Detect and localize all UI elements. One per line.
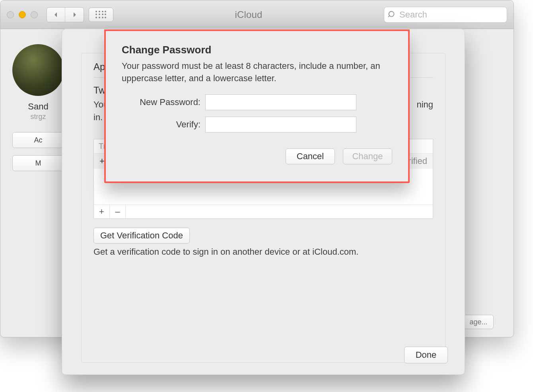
truncated-manage-button[interactable]: age...: [463, 315, 494, 329]
new-password-input[interactable]: [205, 94, 356, 110]
add-phone-button[interactable]: +: [94, 205, 110, 218]
toolbar-search: [384, 7, 507, 23]
chevron-right-icon: [71, 12, 78, 18]
done-button[interactable]: Done: [404, 347, 448, 363]
phone-footer-spacer: [126, 205, 433, 218]
window-title: iCloud: [118, 9, 379, 20]
cancel-button[interactable]: Cancel: [286, 148, 335, 164]
close-traffic-light[interactable]: [7, 11, 14, 18]
chevron-left-icon: [53, 12, 59, 18]
get-verification-code-button[interactable]: Get Verification Code: [93, 228, 190, 244]
change-password-description: Your password must be at least 8 charact…: [122, 60, 392, 85]
grid-icon: [95, 11, 107, 19]
verify-password-row: Verify:: [122, 117, 392, 133]
window-toolbar: iCloud: [0, 0, 514, 29]
remove-phone-button[interactable]: –: [110, 205, 126, 218]
show-all-button[interactable]: [89, 8, 113, 22]
avatar[interactable]: [12, 44, 64, 96]
search-input[interactable]: [384, 7, 507, 23]
zoom-traffic-light[interactable]: [31, 11, 38, 18]
search-icon: [388, 10, 397, 19]
verify-password-label: Verify:: [122, 119, 205, 130]
two-factor-desc-line2: in.: [93, 112, 103, 122]
manage-button[interactable]: M: [12, 155, 64, 171]
two-factor-desc-right: ning: [416, 98, 433, 111]
change-password-sheet: Change Password Your password must be at…: [104, 29, 410, 183]
phone-footer: + –: [94, 205, 433, 218]
icloud-sidebar: Sand strgz Ac M: [12, 44, 64, 178]
user-name: Sand: [12, 101, 64, 112]
traffic-lights: [7, 11, 38, 18]
account-details-button[interactable]: Ac: [12, 132, 64, 148]
verify-password-input[interactable]: [205, 117, 356, 133]
new-password-row: New Password:: [122, 94, 392, 110]
nav-forward-button[interactable]: [65, 8, 84, 22]
change-password-title: Change Password: [122, 44, 392, 56]
minimize-traffic-light[interactable]: [19, 11, 26, 18]
change-password-actions: Cancel Change: [122, 148, 392, 164]
user-subtitle: strgz: [12, 113, 64, 121]
nav-back-forward: [47, 7, 84, 22]
nav-back-button[interactable]: [47, 8, 65, 22]
new-password-label: New Password:: [122, 97, 205, 107]
get-verification-code-note: Get a verification code to sign in on an…: [93, 247, 433, 257]
change-button[interactable]: Change: [343, 148, 392, 164]
